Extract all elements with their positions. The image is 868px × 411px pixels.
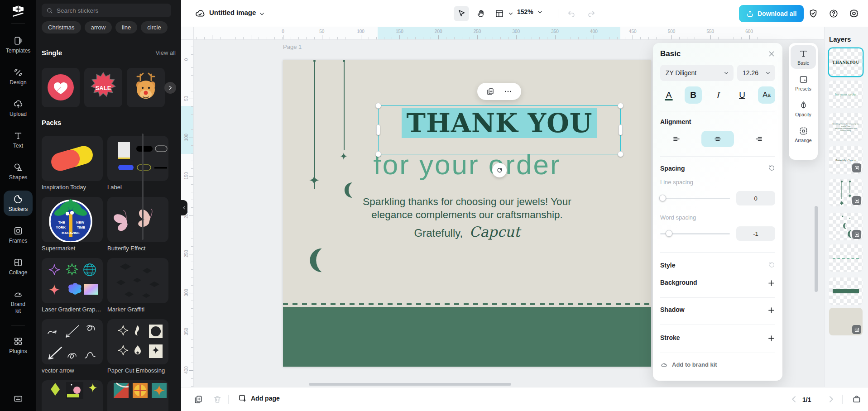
- layout-tool-button[interactable]: [492, 6, 507, 21]
- duplicate-icon[interactable]: [486, 87, 494, 96]
- align-center-button[interactable]: [701, 131, 734, 147]
- document-title[interactable]: Untitled image: [209, 9, 256, 16]
- rail-tab-basic[interactable]: Basic: [791, 45, 816, 69]
- text-color-button[interactable]: A: [660, 86, 677, 104]
- pack-marker-graffiti[interactable]: Marker Graffiti: [107, 258, 168, 313]
- selection-handle-sw[interactable]: [375, 151, 381, 157]
- sidebar-item-collage[interactable]: Collage: [4, 254, 33, 279]
- next-page-icon[interactable]: [826, 395, 835, 404]
- reset-spacing-icon[interactable]: [768, 164, 775, 171]
- pack-partial-right[interactable]: [107, 380, 168, 411]
- layer-thumbnail-bar[interactable]: [829, 277, 863, 305]
- canvas-horizontal-scrollbar[interactable]: [309, 383, 511, 386]
- redo-button[interactable]: [584, 6, 599, 21]
- layer-thumbnail-paragraph[interactable]: Sparkling thanks for choosing our jewels…: [829, 113, 863, 141]
- settings-gear-icon[interactable]: [849, 9, 859, 19]
- search-input[interactable]: Search stickers: [42, 4, 171, 17]
- align-right-button[interactable]: [743, 131, 775, 147]
- design-body-text[interactable]: Sparkling thanks for choosing our jewels…: [283, 195, 651, 221]
- layer-thumbnail-decor-moons[interactable]: [829, 213, 863, 240]
- reset-style-icon[interactable]: [768, 261, 775, 268]
- line-spacing-slider[interactable]: [660, 198, 730, 199]
- add-background-icon[interactable]: [767, 279, 775, 287]
- layer-thumbnail-decor-lines[interactable]: [829, 179, 863, 206]
- align-left-button[interactable]: [660, 131, 693, 147]
- font-family-select[interactable]: ZY Diligent: [660, 65, 734, 81]
- rotate-handle[interactable]: [492, 163, 507, 177]
- line-spacing-thumb[interactable]: [659, 195, 666, 201]
- help-icon[interactable]: [829, 9, 839, 19]
- italic-button[interactable]: I: [709, 86, 726, 104]
- present-icon[interactable]: [852, 395, 861, 404]
- pack-supermarket[interactable]: THENEWYORKTIMEMAGAZINESupermarket: [42, 197, 103, 252]
- search-chip-arrow[interactable]: arrow: [85, 21, 112, 33]
- add-page-button[interactable]: Add page: [238, 394, 280, 402]
- layer-thumbnail-signature[interactable]: Gratefully, Capcut: [829, 146, 863, 174]
- add-to-brand-kit-button[interactable]: Add to brand kit: [660, 361, 775, 368]
- undo-button[interactable]: [564, 6, 579, 21]
- green-band[interactable]: [283, 307, 651, 367]
- sidebar-item-stickers[interactable]: Stickers: [4, 191, 33, 216]
- selection-box[interactable]: [378, 105, 621, 154]
- hand-tool-button[interactable]: [473, 6, 489, 21]
- design-signature[interactable]: Gratefully, Capcut: [283, 224, 651, 240]
- selection-handle-nw[interactable]: [375, 103, 381, 109]
- rail-tab-arrange[interactable]: Arrange: [791, 123, 816, 146]
- pack-label[interactable]: Label: [107, 136, 168, 191]
- sidebar-item-text[interactable]: Text: [4, 127, 33, 153]
- stitch-dashed-line[interactable]: [283, 303, 651, 305]
- pack-partial-left[interactable]: [42, 380, 103, 411]
- close-icon[interactable]: [768, 50, 775, 57]
- pack-butterfly-effect[interactable]: Butterfly Effect: [107, 197, 168, 252]
- word-spacing-value[interactable]: -1: [736, 226, 775, 241]
- panel-scrollbar[interactable]: [142, 134, 144, 240]
- keyboard-shortcuts-icon[interactable]: [13, 394, 23, 404]
- sidebar-item-frames[interactable]: Frames: [4, 222, 33, 248]
- layout-chevron-down-icon[interactable]: [508, 11, 513, 16]
- pack-paper-cut-embossing[interactable]: Paper-Cut Embossing: [107, 319, 168, 374]
- layer-thumbnail-title[interactable]: THANKYOU: [829, 48, 863, 76]
- zoom-control[interactable]: 152%: [517, 8, 543, 15]
- selection-handle-w[interactable]: [376, 124, 380, 135]
- selection-handle-se[interactable]: [618, 151, 623, 157]
- prev-page-icon[interactable]: [790, 395, 799, 404]
- layer-thumbnail-dashed[interactable]: [829, 244, 863, 272]
- text-case-button[interactable]: Aa: [758, 86, 775, 104]
- capcut-logo-icon[interactable]: [10, 4, 26, 19]
- underline-button[interactable]: U: [734, 86, 751, 104]
- safety-shield-icon[interactable]: [808, 9, 818, 19]
- search-chip-line[interactable]: line: [115, 21, 137, 33]
- search-chip-circle[interactable]: circle: [141, 21, 167, 33]
- rail-tab-presets[interactable]: Presets: [791, 71, 816, 95]
- sticker-reindeer[interactable]: [127, 68, 165, 107]
- search-chip-christmas[interactable]: Christmas: [42, 21, 81, 33]
- sidebar-item-shapes[interactable]: Shapes: [4, 159, 33, 184]
- pack-laser-gradient-graph[interactable]: Laser Gradient Graph...: [42, 258, 103, 313]
- line-spacing-value[interactable]: 0: [736, 191, 775, 206]
- add-shadow-icon[interactable]: [767, 306, 775, 314]
- pack-inspiration-today[interactable]: Inspiration Today: [42, 136, 103, 191]
- font-size-select[interactable]: 12.26: [737, 65, 775, 81]
- layer-thumbnail-subtitle[interactable]: for your order: [829, 81, 863, 108]
- add-stroke-icon[interactable]: [767, 335, 775, 342]
- sidebar-item-upload[interactable]: Upload: [4, 96, 33, 121]
- sticker-sale[interactable]: SALE: [84, 68, 122, 107]
- sidebar-item-plugins[interactable]: Plugins: [4, 333, 33, 358]
- sidebar-item-design[interactable]: Design: [4, 64, 33, 89]
- rail-tab-opacity[interactable]: Opacity: [791, 97, 816, 120]
- pack-vector-arrow[interactable]: vector arrow: [42, 319, 103, 374]
- word-spacing-slider[interactable]: [660, 233, 730, 234]
- select-tool-button[interactable]: [454, 6, 469, 21]
- canvas-vertical-scrollbar[interactable]: [815, 206, 818, 292]
- download-all-button[interactable]: Download all: [739, 5, 804, 22]
- bold-button[interactable]: B: [685, 86, 702, 104]
- layer-thumbnail-background[interactable]: [829, 308, 863, 335]
- delete-page-icon[interactable]: [213, 395, 222, 404]
- sidebar-item-brand-kit[interactable]: Brand kit: [4, 286, 33, 318]
- duplicate-page-icon[interactable]: [194, 395, 203, 404]
- doc-title-chevron-down-icon[interactable]: [259, 11, 265, 17]
- selection-handle-e[interactable]: [619, 124, 623, 135]
- sidebar-item-templates[interactable]: Templates: [4, 32, 33, 57]
- sticker-heart[interactable]: [42, 68, 80, 107]
- selection-handle-ne[interactable]: [618, 103, 623, 109]
